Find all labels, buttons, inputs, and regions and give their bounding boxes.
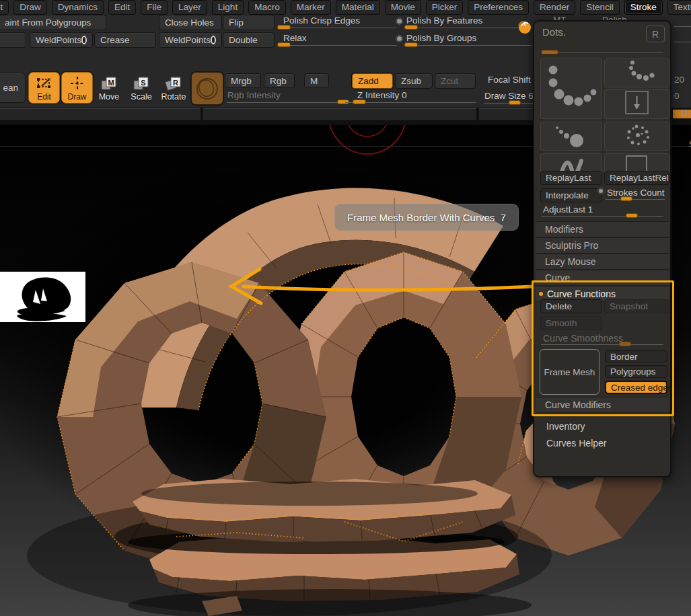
polish-by-groups-handle[interactable] <box>404 42 418 47</box>
polish-by-groups-track[interactable] <box>404 45 532 46</box>
alpha-preview-thumbnail[interactable] <box>0 272 85 322</box>
restore-configuration-button[interactable]: R <box>646 26 665 42</box>
mrgb-button[interactable]: Mrgb <box>225 73 261 88</box>
menu-tab-macro[interactable]: Macro <box>248 0 286 15</box>
zadd-button[interactable]: Zadd <box>352 73 393 89</box>
current-material-swatch[interactable] <box>191 72 223 105</box>
polish-crisp-edges-slider[interactable]: Polish Crisp Edges <box>283 15 360 26</box>
adjust-last-slider[interactable]: AdjustLast 1 <box>543 204 593 215</box>
relax-track[interactable] <box>277 45 397 46</box>
section-lazy-mouse[interactable]: Lazy Mouse <box>536 254 669 270</box>
close-holes-button[interactable]: Close Holes <box>159 15 222 30</box>
section-sculptris-pro[interactable]: Sculptris Pro <box>536 237 669 254</box>
stroke-tile-dragdot[interactable]: DragDot <box>540 122 602 151</box>
draw-size-slider[interactable]: Draw Size 64 <box>484 91 538 101</box>
menu-tab-edit[interactable]: Edit <box>108 0 136 15</box>
curve-smoothness-slider[interactable]: Curve Smoothness <box>543 333 623 344</box>
adjust-last-track[interactable] <box>541 216 663 217</box>
menu-tab-texture[interactable]: Texture <box>667 0 691 15</box>
curve-smoothness-track[interactable] <box>541 344 663 345</box>
panel-title-handle[interactable] <box>541 50 558 54</box>
weldpoints-button-a[interactable]: WeldPoints <box>30 32 93 48</box>
flip-button[interactable]: Flip <box>223 15 275 30</box>
delete-button[interactable]: Delete <box>540 299 602 313</box>
snapshot-button[interactable]: Snapshot <box>604 299 669 313</box>
scale-button[interactable]: S Scale <box>126 75 157 102</box>
draw-button[interactable]: Draw <box>61 72 93 104</box>
section-modifiers[interactable]: Modifiers <box>536 221 669 237</box>
frame-mesh-polygroups-button[interactable]: Polygroups <box>605 365 667 378</box>
z-intensity-handle[interactable] <box>353 100 366 104</box>
stroke-tile-dragrect[interactable]: DragRect <box>604 89 669 119</box>
section-curves-helper[interactable]: Curves Helper <box>546 438 606 449</box>
double-button[interactable]: Double <box>223 32 275 48</box>
frame-mesh-border-button[interactable]: Border <box>605 350 667 362</box>
smooth-button[interactable]: Smooth <box>540 316 602 330</box>
paint-from-polygroups-button[interactable]: aint From Polygroups <box>0 15 106 30</box>
stroke-tile-dots-large[interactable]: Dots <box>540 59 602 119</box>
menu-tab-light[interactable]: Light <box>212 0 244 15</box>
interpolate-toggle[interactable] <box>597 188 604 194</box>
stroke-tile-spray[interactable]: Spray <box>604 122 669 151</box>
polish-by-features-slider[interactable]: Polish By Features <box>406 15 482 26</box>
rgb-intensity-slider[interactable]: Rgb Intensity <box>227 90 281 100</box>
section-curve[interactable]: Curve <box>536 270 669 286</box>
zcut-button[interactable]: Zcut <box>435 73 476 89</box>
curve-smoothness-handle[interactable] <box>619 342 631 346</box>
m-button[interactable]: M <box>304 73 329 88</box>
clipped-left-button[interactable] <box>0 32 26 48</box>
zsub-button[interactable]: Zsub <box>395 73 433 89</box>
focal-shift-slider[interactable]: Focal Shift 0 <box>488 75 538 85</box>
weldpoints-button-b[interactable]: WeldPoints <box>159 32 222 48</box>
menu-tab-movie[interactable]: Movie <box>385 0 421 15</box>
z-intensity-slider[interactable]: Z Intensity 0 <box>357 90 407 100</box>
menu-tab-material[interactable]: Material <box>336 0 380 15</box>
tray-divider-segment[interactable] <box>203 108 476 121</box>
menu-tab-picker[interactable]: Picker <box>426 0 464 15</box>
polish-crisp-edges-handle[interactable] <box>277 25 291 30</box>
menu-tab-stencil[interactable]: Stencil <box>580 0 620 15</box>
polish-by-features-track[interactable] <box>404 28 532 28</box>
menu-tab-render[interactable]: Render <box>534 0 575 15</box>
menu-tab-file[interactable]: File <box>141 0 168 15</box>
menu-tab-preferences[interactable]: Preferences <box>468 0 529 15</box>
menu-tab-partial-left[interactable]: nt <box>0 0 9 15</box>
replay-last-rel-button[interactable]: ReplayLastRel <box>604 171 669 185</box>
panel-title-track[interactable] <box>541 52 663 53</box>
interpolate-button[interactable]: Interpolate <box>540 188 602 202</box>
relax-handle[interactable] <box>277 42 291 47</box>
rotate-button[interactable]: R Rotate <box>158 75 189 102</box>
relax-slider[interactable]: Relax <box>283 33 307 43</box>
adjust-last-handle[interactable] <box>626 213 638 218</box>
frame-mesh-button[interactable]: Frame Mesh <box>540 349 599 395</box>
rgb-intensity-track[interactable] <box>227 102 350 103</box>
menu-tab-layer[interactable]: Layer <box>172 0 207 15</box>
polish-by-features-toggle[interactable] <box>396 17 403 25</box>
strokes-count-track[interactable] <box>606 199 665 200</box>
rgb-button[interactable]: Rgb <box>264 73 295 88</box>
section-inventory[interactable]: Inventory <box>546 421 585 432</box>
draw-size-handle[interactable] <box>509 100 521 105</box>
polish-crisp-edges-track[interactable] <box>277 28 397 28</box>
crease-button[interactable]: Crease <box>94 32 156 48</box>
partial-left-shelf-button[interactable]: ean <box>0 73 26 103</box>
weldpoints-a-ring-toggle[interactable] <box>81 36 87 44</box>
section-curve-modifiers[interactable]: Curve Modifiers <box>536 397 669 413</box>
move-button[interactable]: M Move <box>94 75 124 102</box>
stroke-tile-dots-small[interactable]: Dots <box>604 59 669 87</box>
polish-by-groups-slider[interactable]: Polish By Groups <box>406 33 476 43</box>
replay-last-button[interactable]: ReplayLast <box>540 171 602 185</box>
edit-button[interactable]: Edit <box>28 72 60 104</box>
menu-tab-dynamics[interactable]: Dynamics <box>52 0 104 15</box>
strokes-count-slider[interactable]: Strokes Count <box>607 188 665 198</box>
polish-by-groups-toggle[interactable] <box>396 35 403 42</box>
strokes-count-handle[interactable] <box>620 196 632 201</box>
menu-tab-draw[interactable]: Draw <box>13 0 47 15</box>
menu-tab-marker[interactable]: Marker <box>291 0 331 15</box>
polish-by-features-handle[interactable] <box>404 25 418 30</box>
tray-divider-segment[interactable] <box>0 108 201 121</box>
dragdot-icon <box>541 122 602 150</box>
menu-tab-stroke[interactable]: Stroke <box>624 0 663 15</box>
weldpoints-b-ring-toggle[interactable] <box>211 36 216 44</box>
frame-mesh-creased-edges-button[interactable]: Creased edges <box>605 381 667 394</box>
